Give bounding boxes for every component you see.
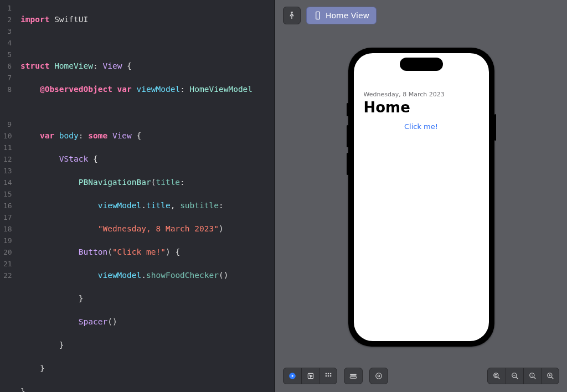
svg-line-15	[498, 377, 500, 379]
nav-subtitle: Wednesday, 8 March 2023	[364, 91, 479, 98]
device-toggle-icon	[349, 372, 358, 380]
svg-point-12	[376, 373, 382, 379]
svg-rect-4	[325, 373, 326, 374]
zoom-100-icon: 1	[529, 372, 537, 380]
svg-line-18	[516, 377, 518, 379]
preview-chip-label: Home View	[326, 11, 369, 20]
preview-canvas: Home View Wednesday, 8 March 2023 Home C…	[275, 0, 567, 392]
svg-rect-10	[350, 374, 357, 376]
line-gutter: 12345678 91011121314 1516171819202122	[0, 0, 17, 392]
zoom-fit-icon	[493, 372, 501, 380]
device-settings-button[interactable]	[344, 368, 362, 384]
svg-line-25	[551, 377, 553, 379]
preview-settings-button[interactable]	[370, 368, 388, 384]
code-content[interactable]: import SwiftUI struct HomeView: View { @…	[17, 0, 275, 392]
zoom-actual-button[interactable]: 1	[523, 368, 541, 384]
svg-rect-11	[350, 376, 357, 378]
svg-point-13	[378, 375, 380, 377]
zoom-in-icon	[547, 372, 554, 380]
svg-rect-7	[325, 375, 326, 376]
pin-icon	[287, 11, 296, 20]
iphone-mockup: Wednesday, 8 March 2023 Home Click me!	[348, 48, 494, 347]
click-me-button[interactable]: Click me!	[364, 122, 479, 131]
variants-icon	[375, 372, 383, 380]
svg-rect-8	[327, 375, 328, 376]
phone-icon	[313, 11, 322, 20]
svg-rect-6	[329, 373, 331, 374]
code-editor[interactable]: 12345678 91011121314 1516171819202122 im…	[0, 0, 275, 392]
svg-rect-9	[329, 375, 331, 376]
zoom-out-icon	[511, 372, 519, 380]
dynamic-island	[400, 58, 443, 71]
selectable-button[interactable]	[301, 368, 319, 384]
play-icon	[288, 372, 296, 380]
preview-stage[interactable]: Wednesday, 8 March 2023 Home Click me!	[275, 31, 567, 392]
canvas-toolbar: 1	[283, 368, 559, 384]
canvas-header: Home View	[275, 0, 567, 31]
svg-line-21	[533, 377, 535, 379]
cursor-icon	[307, 372, 315, 380]
nav-title: Home	[364, 99, 479, 116]
zoom-in-button[interactable]	[541, 368, 559, 384]
grid-icon	[324, 372, 332, 380]
svg-text:1: 1	[531, 374, 533, 377]
preview-chip[interactable]: Home View	[306, 7, 377, 24]
live-preview-button[interactable]	[284, 368, 301, 384]
iphone-screen: Wednesday, 8 March 2023 Home Click me!	[354, 53, 489, 341]
pin-button[interactable]	[283, 7, 301, 24]
zoom-out-button[interactable]	[506, 368, 523, 384]
zoom-fit-button[interactable]	[488, 368, 506, 384]
svg-rect-5	[327, 373, 328, 374]
variants-button[interactable]	[319, 368, 337, 384]
